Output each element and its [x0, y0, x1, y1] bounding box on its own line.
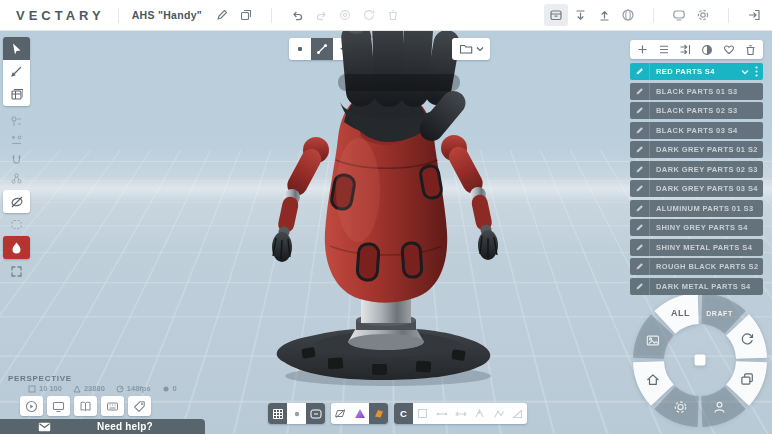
- merge-icon[interactable]: [677, 41, 695, 58]
- edit-material-icon[interactable]: [630, 141, 650, 158]
- disabled-tool-group: [3, 112, 30, 188]
- distribute-tool: [3, 131, 30, 150]
- add-icon[interactable]: [634, 41, 652, 58]
- material-sphere-icon[interactable]: [698, 41, 716, 58]
- edit-material-icon[interactable]: [630, 122, 650, 139]
- edit-material-icon[interactable]: [630, 239, 650, 256]
- favorite-icon[interactable]: [720, 41, 738, 58]
- radial-center-button[interactable]: [695, 355, 706, 366]
- scene-folder-toolbar: [452, 38, 490, 60]
- layer-label: ALUMINUM PARTS 01 S3: [650, 204, 753, 213]
- divider: [271, 8, 272, 23]
- layer-row[interactable]: DARK GREY PARTS 01 S2: [630, 141, 763, 158]
- layer-row-actions: [741, 66, 763, 77]
- divider: [118, 8, 119, 23]
- layer-row[interactable]: ROUGH BLACK PARTS S2: [630, 258, 763, 275]
- edge-select-icon: [432, 403, 451, 424]
- edit-material-icon[interactable]: [630, 161, 650, 178]
- robot-left-arm[interactable]: [272, 137, 329, 262]
- chevron-down-icon: [476, 46, 484, 52]
- layer-row[interactable]: BLACK PARTS 02 S3: [630, 102, 763, 119]
- need-help-button[interactable]: Need help?: [0, 419, 205, 434]
- edit-material-icon[interactable]: [630, 278, 650, 295]
- layer-label: BLACK PARTS 03 S4: [650, 126, 738, 135]
- settings-icon[interactable]: [691, 4, 715, 26]
- duplicate-project-icon[interactable]: [234, 4, 258, 26]
- play-icon[interactable]: [20, 396, 43, 416]
- wireframe-icon[interactable]: [331, 403, 350, 424]
- layer-row[interactable]: ALUMINUM PARTS 01 S3: [630, 200, 763, 217]
- edit-material-icon[interactable]: [630, 83, 650, 100]
- component-button[interactable]: C: [394, 403, 413, 424]
- draw-tool[interactable]: [3, 60, 30, 83]
- preview-icon[interactable]: [616, 4, 640, 26]
- view-group: [268, 403, 325, 424]
- layer-label: SHINY METAL PARTS S4: [650, 243, 752, 252]
- display-icon[interactable]: [667, 4, 691, 26]
- disabled-tool-group-2: [3, 215, 30, 234]
- fullscreen-tool[interactable]: [3, 262, 30, 280]
- layer-row[interactable]: DARK GREY PARTS 03 S4: [630, 180, 763, 197]
- vertex-tool-icon: [470, 403, 489, 424]
- layer-label: SHINY GREY PARTS S4: [650, 223, 748, 232]
- edit-material-icon[interactable]: [630, 258, 650, 275]
- layer-row[interactable]: BLACK PARTS 01 S3: [630, 83, 763, 100]
- edit-material-icon[interactable]: [630, 102, 650, 119]
- robot-right-arm[interactable]: [441, 135, 498, 260]
- top-bar: VECTARY AHS "Handy": [0, 0, 772, 31]
- docs-icon[interactable]: [74, 396, 97, 416]
- projection-label[interactable]: PERSPECTIVE: [8, 374, 72, 383]
- move-icon: [451, 403, 470, 424]
- material-tool[interactable]: [3, 236, 30, 259]
- polygons-icon: [73, 385, 81, 393]
- copy-icon: [333, 4, 357, 26]
- tag-icon[interactable]: [128, 396, 151, 416]
- snap-icon[interactable]: [306, 403, 325, 424]
- layer-row[interactable]: SHINY METAL PARTS S4: [630, 239, 763, 256]
- scene-folder-menu[interactable]: [452, 38, 490, 60]
- magnet-tool: [3, 150, 30, 169]
- select-tool[interactable]: [3, 37, 30, 60]
- shading-group: [331, 403, 388, 424]
- layer-list: RED PARTS S4 BLACK PARTS 01 S3 BLACK PAR…: [630, 63, 763, 295]
- dot-icon[interactable]: [287, 403, 306, 424]
- chevron-down-icon[interactable]: [741, 69, 749, 75]
- grid-icon[interactable]: [268, 403, 287, 424]
- robot-hand[interactable]: [338, 12, 470, 146]
- edit-material-icon[interactable]: [630, 180, 650, 197]
- edit-material-icon[interactable]: [630, 63, 650, 80]
- edit-material-icon[interactable]: [630, 200, 650, 217]
- path-icon: [489, 403, 508, 424]
- boolean-tool[interactable]: [3, 190, 30, 213]
- rename-icon[interactable]: [210, 4, 234, 26]
- angle-icon: [508, 403, 527, 424]
- redo-icon: [309, 4, 333, 26]
- trash-icon[interactable]: [741, 41, 759, 58]
- layer-label: RED PARTS S4: [650, 67, 715, 76]
- layer-row[interactable]: SHINY GREY PARTS S4: [630, 219, 763, 236]
- viewport-3d-model[interactable]: [240, 10, 530, 395]
- screen-icon[interactable]: [47, 396, 70, 416]
- layer-row[interactable]: BLACK PARTS 03 S4: [630, 122, 763, 139]
- layer-actions-toolbar: [630, 40, 763, 59]
- import-icon[interactable]: [568, 4, 592, 26]
- radial-menu: ALLDRAFT: [624, 284, 772, 434]
- primitives-tool[interactable]: [3, 83, 30, 106]
- export-icon[interactable]: [592, 4, 616, 26]
- undo-icon[interactable]: [285, 4, 309, 26]
- layer-row[interactable]: DARK GREY PARTS 02 S3: [630, 161, 763, 178]
- layer-row[interactable]: DARK METAL PARTS S4: [630, 278, 763, 295]
- list-icon[interactable]: [655, 41, 673, 58]
- publish-icon[interactable]: [544, 4, 568, 26]
- layer-label: DARK GREY PARTS 01 S2: [650, 145, 758, 154]
- project-title[interactable]: AHS "Handy": [132, 9, 202, 21]
- shortcuts-icon[interactable]: [101, 396, 124, 416]
- kebab-menu-icon[interactable]: [755, 66, 758, 77]
- material-view-icon[interactable]: [369, 403, 388, 424]
- sign-in-icon[interactable]: [742, 4, 766, 26]
- edit-material-icon[interactable]: [630, 219, 650, 236]
- delete-icon: [381, 4, 405, 26]
- vertex-color-icon[interactable]: [350, 403, 369, 424]
- layer-row[interactable]: RED PARTS S4: [630, 63, 763, 80]
- vectary-logo[interactable]: VECTARY: [16, 8, 105, 23]
